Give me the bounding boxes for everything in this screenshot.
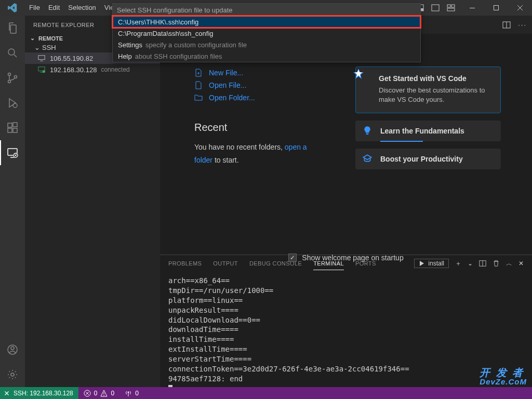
walkthrough-desc: Discover the best customizations to make… [379, 86, 492, 104]
open-folder-link[interactable]: Open Folder... [194, 91, 324, 104]
customize-layout-icon[interactable] [447, 4, 455, 12]
svg-rect-32 [366, 134, 369, 135]
error-icon [84, 390, 91, 397]
terminal-output[interactable]: arch==x86_64== tmpDir==/run/user/1000== … [160, 272, 532, 387]
welcome-page: Start New File... Open File... Open Fold… [160, 34, 532, 255]
activity-bar [0, 16, 25, 387]
svg-rect-18 [13, 123, 17, 127]
status-problems[interactable]: 0 0 [78, 390, 119, 397]
remote-host-status: connected [101, 66, 129, 73]
svg-point-10 [8, 49, 15, 55]
search-icon[interactable] [0, 41, 25, 65]
svg-point-37 [104, 395, 104, 395]
mortarboard-icon [363, 154, 372, 163]
new-file-link[interactable]: New File... [194, 66, 324, 79]
svg-point-13 [15, 76, 17, 78]
svg-point-11 [8, 73, 11, 76]
remote-host-ip: 192.168.30.128 [50, 66, 97, 74]
section-remote-label: REMOTE [38, 35, 63, 42]
svg-point-12 [8, 81, 11, 83]
open-file-icon [194, 81, 204, 89]
welcome-startup-checkbox[interactable]: ✓ [288, 254, 297, 262]
more-actions-icon[interactable]: ··· [518, 21, 527, 29]
minimize-button[interactable] [460, 0, 484, 16]
source-control-icon[interactable] [0, 65, 25, 90]
svg-rect-8 [470, 8, 475, 8]
open-folder-icon [194, 94, 204, 102]
quickpick-option-label: C:\ProgramData\ssh\ssh_config [118, 30, 214, 37]
sidebar: REMOTE EXPLORER ⌄ REMOTE ⌄ SSH 106.55.19… [25, 16, 160, 387]
remote-host-item[interactable]: 192.168.30.128 connected [25, 64, 160, 75]
open-file-label: Open File... [209, 81, 246, 89]
vscode-logo-icon [0, 3, 25, 12]
status-remote-indicator[interactable]: SSH: 192.168.30.128 [0, 387, 78, 399]
extensions-icon[interactable] [0, 115, 25, 140]
open-folder-label: Open Folder... [209, 94, 255, 102]
welcome-startup-row: ✓ Show welcome page on startup [160, 248, 532, 267]
quickpick-option-label: Settings [118, 41, 142, 49]
svg-rect-4 [432, 5, 439, 11]
walkthrough-get-started[interactable]: Get Started with VS Code Discover the be… [355, 66, 501, 113]
toggle-panel-right-icon[interactable] [431, 4, 440, 12]
radio-tower-icon [125, 390, 132, 397]
quickpick-option-sublabel: about SSH configuration files [135, 52, 222, 60]
status-ports-count: 0 [135, 390, 139, 397]
svg-rect-7 [447, 8, 455, 11]
svg-rect-25 [38, 56, 45, 60]
monitor-connected-icon [37, 65, 46, 74]
svg-point-27 [43, 70, 45, 73]
status-error-count: 0 [94, 390, 98, 397]
status-ports[interactable]: 0 [119, 390, 144, 397]
recent-empty-text: You have no recent folders, open a folde… [194, 141, 324, 167]
status-bar: SSH: 192.168.30.128 0 0 0 [0, 387, 532, 399]
svg-rect-6 [451, 5, 455, 7]
subsection-ssh-label: SSH [42, 44, 56, 51]
settings-gear-icon[interactable] [0, 362, 25, 387]
svg-point-24 [11, 373, 14, 376]
remote-explorer-icon[interactable] [0, 140, 25, 165]
menu-file[interactable]: File [25, 0, 44, 16]
welcome-startup-label: Show welcome page on startup [302, 254, 403, 262]
star-badge-icon [353, 68, 364, 79]
walkthrough-learn-fundamentals[interactable]: Learn the Fundamentals [355, 121, 501, 141]
warning-icon [100, 390, 108, 397]
maximize-button[interactable] [484, 0, 508, 16]
quickpick-option-settings[interactable]: Settings specify a custom configuration … [113, 39, 420, 50]
close-button[interactable] [508, 0, 532, 16]
menu-edit[interactable]: Edit [44, 0, 64, 16]
bottom-panel: PROBLEMS OUTPUT DEBUG CONSOLE TERMINAL P… [160, 255, 532, 387]
quickpick-option-programdata-config[interactable]: C:\ProgramData\ssh\ssh_config [113, 28, 420, 39]
new-file-label: New File... [209, 69, 243, 77]
explorer-icon[interactable] [0, 16, 25, 41]
editor-area: ··· Start New File... Open File... Open … [160, 16, 532, 387]
quickpick-option-label: Help [118, 52, 132, 60]
menu-selection[interactable]: Selection [64, 0, 100, 16]
remote-icon [3, 390, 10, 397]
open-file-link[interactable]: Open File... [194, 79, 324, 91]
watermark-line2: DevZe.CoM [480, 378, 527, 385]
quickpick-ssh-config: Select SSH configuration file to update … [112, 3, 421, 62]
walkthrough-learn-label: Learn the Fundamentals [380, 127, 464, 135]
run-debug-icon[interactable] [0, 90, 25, 115]
remote-host-ip: 106.55.190.82 [50, 55, 93, 62]
status-warning-count: 0 [111, 390, 114, 397]
quickpick-header: Select SSH configuration file to update [113, 4, 420, 16]
chevron-down-icon: ⌄ [34, 44, 40, 51]
svg-point-14 [13, 103, 17, 108]
svg-rect-15 [8, 123, 12, 127]
svg-point-23 [11, 347, 14, 350]
site-watermark: 开 发 者 DevZe.CoM [480, 367, 527, 385]
quickpick-option-label: C:\Users\THHK\.ssh\config [118, 18, 198, 26]
quickpick-option-user-config[interactable]: C:\Users\THHK\.ssh\config [113, 16, 420, 28]
walkthrough-boost-productivity[interactable]: Boost your Productivity [355, 149, 501, 169]
quickpick-option-help[interactable]: Help about SSH configuration files [113, 50, 420, 62]
quickpick-option-sublabel: specify a custom configuration file [145, 41, 247, 49]
chevron-down-icon: ⌄ [28, 35, 36, 42]
monitor-icon [37, 54, 46, 62]
new-file-icon [194, 69, 204, 77]
accounts-icon[interactable] [0, 337, 25, 362]
walkthrough-boost-label: Boost your Productivity [380, 155, 463, 163]
watermark-line1: 开 发 者 [480, 367, 527, 378]
split-editor-icon[interactable] [502, 21, 511, 29]
svg-point-38 [128, 391, 129, 393]
